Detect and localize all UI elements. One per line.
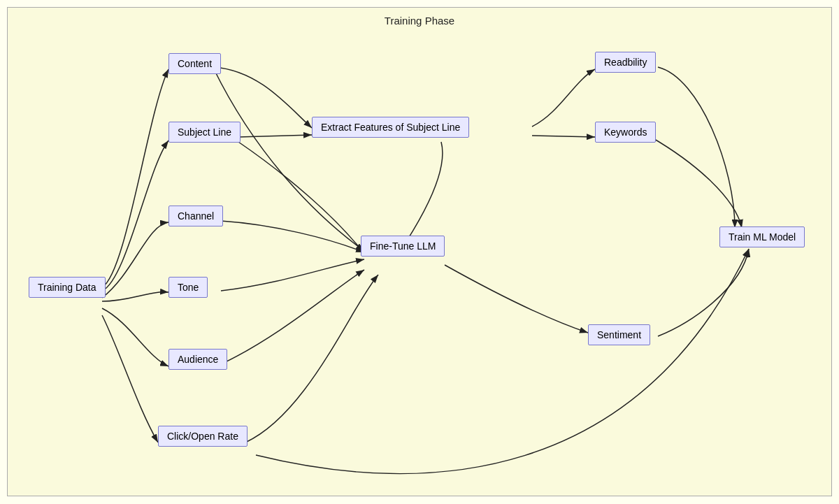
node-sentiment: Sentiment [588, 324, 650, 345]
node-content: Content [168, 53, 221, 74]
node-subject-line: Subject Line [168, 122, 241, 143]
node-extract-features: Extract Features of Subject Line [312, 117, 469, 138]
node-click-open-rate: Click/Open Rate [158, 426, 248, 447]
node-readability: Readbility [595, 52, 656, 73]
diagram-container: Training Phase [7, 7, 832, 496]
diagram-title: Training Phase [385, 15, 454, 27]
node-training-data: Training Data [29, 277, 106, 298]
node-channel: Channel [168, 206, 223, 226]
node-train-ml-model: Train ML Model [719, 226, 805, 247]
node-fine-tune-llm: Fine-Tune LLM [361, 236, 445, 257]
node-audience: Audience [168, 349, 227, 370]
node-keywords: Keywords [595, 122, 656, 143]
node-tone: Tone [168, 277, 208, 298]
